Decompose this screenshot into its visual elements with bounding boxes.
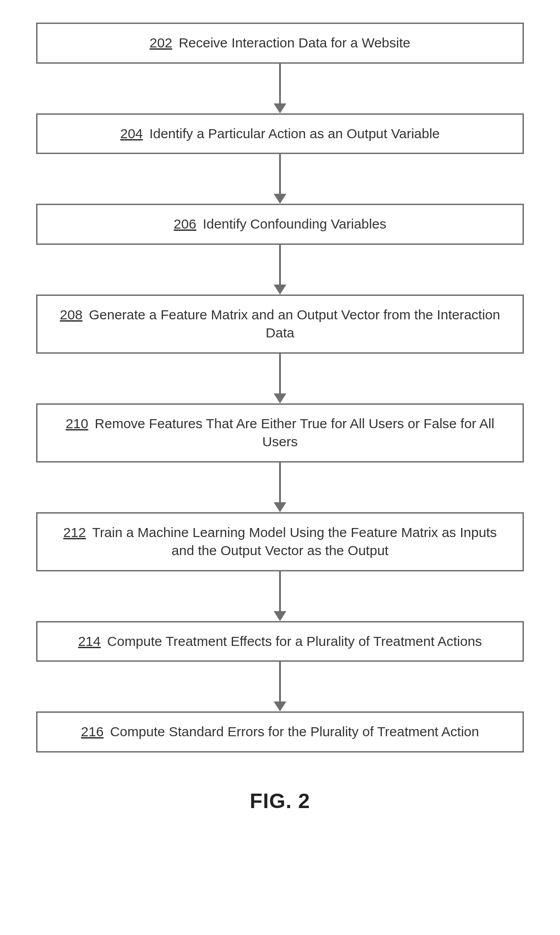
- step-text: Identify Confounding Variables: [203, 216, 386, 231]
- arrow-down-icon: [274, 154, 286, 204]
- step-box: 216 Compute Standard Errors for the Plur…: [36, 711, 524, 753]
- arrow-down-icon: [274, 662, 286, 711]
- step-box: 206 Identify Confounding Variables: [36, 204, 524, 245]
- step-text: Compute Standard Errors for the Pluralit…: [110, 724, 479, 739]
- step-box: 214 Compute Treatment Effects for a Plur…: [36, 621, 524, 662]
- step-number: 210: [65, 416, 88, 431]
- step-number: 214: [78, 634, 101, 649]
- flowchart: 202 Receive Interaction Data for a Websi…: [0, 0, 560, 831]
- step-text: Identify a Particular Action as an Outpu…: [149, 126, 440, 141]
- step-box: 204 Identify a Particular Action as an O…: [36, 113, 524, 154]
- arrow-down-icon: [274, 463, 286, 512]
- step-number: 208: [60, 307, 83, 322]
- step-number: 202: [149, 35, 172, 50]
- arrow-down-icon: [274, 354, 286, 403]
- step-text: Remove Features That Are Either True for…: [95, 416, 495, 449]
- step-number: 204: [120, 126, 143, 141]
- figure-caption: FIG. 2: [250, 789, 310, 813]
- step-number: 212: [63, 525, 86, 540]
- step-text: Compute Treatment Effects for a Pluralit…: [107, 634, 482, 649]
- step-box: 208 Generate a Feature Matrix and an Out…: [36, 295, 524, 354]
- step-number: 216: [81, 724, 103, 739]
- arrow-down-icon: [274, 64, 286, 113]
- step-text: Train a Machine Learning Model Using the…: [92, 525, 497, 558]
- arrow-down-icon: [274, 571, 286, 621]
- step-box: 210 Remove Features That Are Either True…: [36, 403, 524, 463]
- step-number: 206: [174, 216, 196, 231]
- step-box: 202 Receive Interaction Data for a Websi…: [36, 23, 524, 64]
- step-box: 212 Train a Machine Learning Model Using…: [36, 512, 524, 571]
- arrow-down-icon: [274, 245, 286, 295]
- step-text: Receive Interaction Data for a Website: [179, 35, 411, 50]
- step-text: Generate a Feature Matrix and an Output …: [89, 307, 500, 341]
